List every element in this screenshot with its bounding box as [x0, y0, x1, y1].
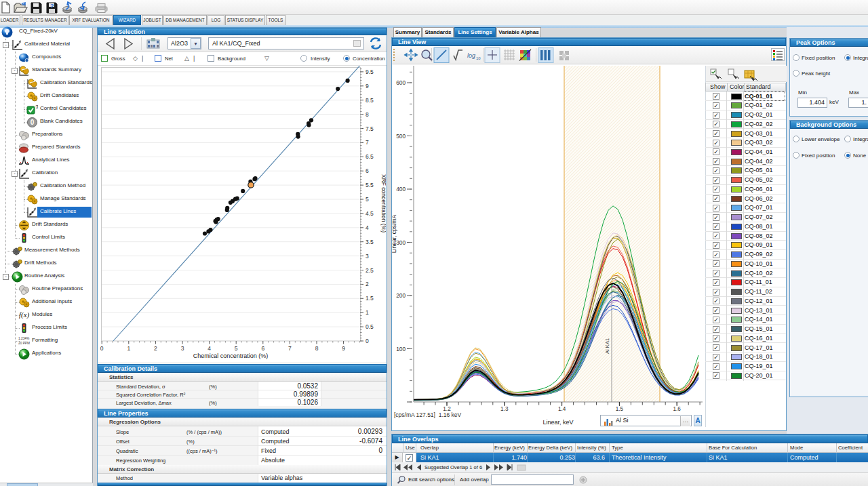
- svg-text:2: 2: [154, 345, 157, 352]
- svg-text:1.6: 1.6: [673, 406, 682, 412]
- svg-text:log: log: [467, 52, 475, 59]
- svg-text:0: 0: [366, 338, 369, 344]
- svg-text:Linear, keV: Linear, keV: [542, 419, 573, 426]
- svg-text:4: 4: [366, 224, 369, 231]
- svg-text:3: 3: [366, 253, 369, 260]
- svg-text:6: 6: [366, 167, 369, 174]
- svg-text:400: 400: [396, 186, 406, 193]
- svg-text:1.4: 1.4: [558, 406, 566, 412]
- svg-text:3: 3: [181, 345, 184, 352]
- svg-text:7: 7: [366, 139, 369, 146]
- svg-text:1.234%: 1.234%: [18, 337, 30, 340]
- svg-text:500: 500: [396, 133, 406, 140]
- svg-text:6: 6: [261, 345, 264, 352]
- svg-text:7: 7: [288, 345, 292, 352]
- svg-text:2: 2: [366, 281, 369, 287]
- svg-text:1.5: 1.5: [616, 406, 624, 412]
- svg-text:f(x): f(x): [19, 310, 30, 319]
- svg-text:5: 5: [235, 345, 238, 352]
- svg-text:0: 0: [31, 119, 35, 126]
- svg-text:7.5: 7.5: [366, 125, 374, 132]
- svg-text:2.5: 2.5: [366, 267, 374, 274]
- svg-text:Linear, cps/mA: Linear, cps/mA: [392, 215, 397, 254]
- svg-text:8: 8: [315, 345, 319, 352]
- svg-text:0.5: 0.5: [366, 323, 374, 330]
- svg-text:6.5: 6.5: [366, 153, 374, 160]
- svg-text:10: 10: [476, 56, 481, 60]
- svg-text:0: 0: [100, 345, 104, 352]
- svg-text:5.5: 5.5: [366, 182, 374, 188]
- svg-text:1: 1: [366, 309, 369, 316]
- svg-text:?: ?: [35, 104, 38, 110]
- svg-text:9.5: 9.5: [366, 68, 374, 75]
- svg-text:9: 9: [366, 83, 369, 89]
- svg-text:300: 300: [396, 239, 406, 246]
- svg-text:1.3: 1.3: [500, 406, 509, 412]
- svg-text:20 PPM: 20 PPM: [18, 342, 30, 345]
- svg-text:XRF concentration (%): XRF concentration (%): [380, 174, 386, 232]
- svg-text:8.5: 8.5: [366, 97, 374, 104]
- svg-text:1.5: 1.5: [366, 295, 374, 302]
- svg-text:100: 100: [396, 346, 406, 352]
- svg-text:1: 1: [127, 345, 130, 352]
- svg-text:4: 4: [208, 345, 211, 352]
- svg-text:200: 200: [396, 292, 406, 299]
- svg-text:600: 600: [396, 79, 406, 86]
- svg-text:5: 5: [366, 196, 369, 203]
- svg-text:3.5: 3.5: [366, 239, 374, 245]
- svg-text:4.5: 4.5: [366, 210, 374, 217]
- svg-text:Al KA1: Al KA1: [604, 338, 610, 354]
- svg-text:8: 8: [366, 111, 369, 118]
- svg-text:9: 9: [342, 345, 345, 352]
- svg-text:Chemical concentration (%): Chemical concentration (%): [193, 352, 269, 359]
- svg-text:[cps/mA 127.51] 1.16 keV: [cps/mA 127.51] 1.16 keV: [394, 411, 462, 418]
